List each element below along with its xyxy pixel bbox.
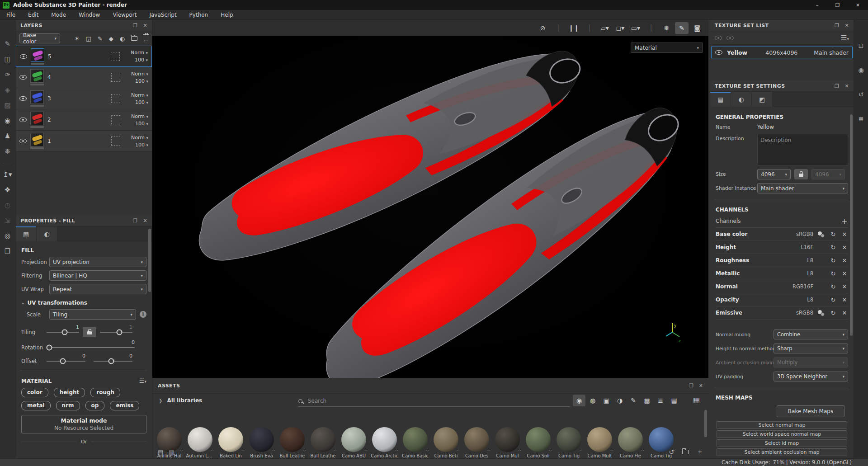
- material-channel-button[interactable]: emiss: [110, 401, 139, 410]
- offset-x-slider[interactable]: 0: [47, 361, 85, 362]
- delete-layer-icon[interactable]: [144, 35, 148, 42]
- reset-channel-icon[interactable]: ↻: [830, 244, 837, 251]
- viewport-tool-icon[interactable]: │: [644, 22, 658, 34]
- channel-row[interactable]: Metallic L8 ↻ ✕: [716, 267, 848, 280]
- solo-visibility-icon[interactable]: [726, 36, 734, 40]
- reset-channel-icon[interactable]: ↻: [830, 310, 837, 316]
- visibility-eye-icon[interactable]: [19, 75, 27, 80]
- description-input[interactable]: [757, 134, 848, 165]
- menu-item[interactable]: Window: [72, 10, 106, 20]
- close-button[interactable]: ✕: [848, 0, 868, 10]
- tiling-lock-icon[interactable]: [83, 327, 96, 337]
- asset-filter-icon[interactable]: ◍: [586, 395, 599, 406]
- projection-select[interactable]: UV projection▾: [49, 257, 146, 267]
- visibility-eye-icon[interactable]: [19, 139, 27, 143]
- scrollbar[interactable]: [850, 114, 853, 336]
- menu-item[interactable]: Help: [214, 10, 239, 20]
- layer-thumbnail[interactable]: [30, 112, 44, 125]
- material-channel-button[interactable]: rough: [90, 388, 120, 397]
- layer-row[interactable]: 4 Norm ▾ 100 ▾: [16, 67, 152, 88]
- layer-thumbnail[interactable]: [30, 69, 44, 83]
- select-mesh-map-button[interactable]: Select id map: [717, 439, 847, 447]
- asset-filter-icon[interactable]: ▣: [600, 395, 613, 406]
- add-fill-layer-icon[interactable]: ◲: [85, 35, 91, 42]
- menu-item[interactable]: Python: [183, 10, 215, 20]
- channel-row[interactable]: Height L16F ↻ ✕: [716, 241, 848, 254]
- layer-thumbnail[interactable]: [30, 90, 44, 104]
- tool-icon[interactable]: ▨: [0, 98, 15, 113]
- asset-filter-icon[interactable]: ▤: [668, 395, 680, 406]
- rail-panel-icon[interactable]: ⊡: [854, 38, 868, 53]
- offset-y-slider[interactable]: 0: [94, 361, 132, 362]
- viewport-tool-icon[interactable]: ▱▾: [598, 22, 612, 34]
- mask-slot[interactable]: [111, 115, 120, 124]
- tool-icon[interactable]: ❋: [0, 144, 15, 159]
- import-folder-icon[interactable]: [682, 448, 689, 456]
- close-panel-icon[interactable]: ✕: [699, 383, 703, 389]
- maximize-button[interactable]: ❐: [827, 0, 848, 10]
- delete-channel-icon[interactable]: ✕: [841, 297, 848, 303]
- asset-filter-icon[interactable]: ◉: [573, 395, 585, 406]
- tool-icon[interactable]: ◷: [0, 198, 15, 213]
- layer-row[interactable]: 2 Norm ▾ 100 ▾: [16, 109, 152, 131]
- info-icon[interactable]: [140, 311, 146, 318]
- material-channel-button[interactable]: op: [85, 401, 105, 410]
- viewport-3d[interactable]: y z Material▾: [152, 36, 708, 378]
- blend-mode[interactable]: Norm ▾: [131, 71, 148, 77]
- layer-name[interactable]: 4: [47, 74, 51, 80]
- tool-icon[interactable]: ✎: [0, 36, 15, 52]
- uv-transformations-header[interactable]: ⌄ UV transformations: [21, 300, 146, 306]
- add-smart-material-icon[interactable]: ◆: [109, 35, 113, 42]
- layer-opacity[interactable]: 100 ▾: [135, 121, 148, 127]
- mask-slot[interactable]: [111, 52, 120, 61]
- search-input[interactable]: [307, 397, 542, 405]
- reset-channel-icon[interactable]: ↻: [830, 283, 837, 290]
- blend-mode[interactable]: Norm ▾: [131, 92, 148, 98]
- layer-row[interactable]: 5 Norm ▾ 100 ▾: [16, 46, 152, 67]
- layer-opacity[interactable]: 100 ▾: [135, 99, 148, 105]
- tool-icon[interactable]: ❖: [0, 182, 15, 198]
- delete-channel-icon[interactable]: ✕: [841, 283, 848, 290]
- layer-thumbnail[interactable]: [31, 48, 44, 62]
- scale-select[interactable]: Tiling▾: [49, 309, 136, 320]
- material-channel-button[interactable]: metal: [21, 401, 51, 410]
- float-panel-icon[interactable]: ❐: [835, 83, 839, 89]
- menu-item[interactable]: Edit: [22, 10, 45, 20]
- tool-icon[interactable]: ◫: [0, 52, 15, 67]
- tiling-y-slider[interactable]: 1: [100, 332, 132, 333]
- layer-opacity[interactable]: 100 ▾: [135, 142, 148, 148]
- rail-panel-icon[interactable]: ≣: [854, 111, 868, 127]
- minimize-button[interactable]: –: [807, 0, 827, 10]
- close-panel-icon[interactable]: ✕: [844, 83, 849, 89]
- delete-channel-icon[interactable]: ✕: [841, 270, 848, 277]
- tab-properties[interactable]: ▤: [16, 226, 37, 241]
- channel-row[interactable]: Roughness L8 ↻ ✕: [716, 254, 848, 267]
- channel-row[interactable]: Opacity L8 ↻ ✕: [716, 293, 848, 306]
- normal-mixing-select[interactable]: Combine▾: [774, 329, 848, 339]
- close-panel-icon[interactable]: ✕: [844, 23, 849, 28]
- color-space-icon[interactable]: [817, 310, 826, 316]
- blend-mode[interactable]: Norm ▾: [131, 50, 148, 56]
- visibility-eye-icon[interactable]: [19, 118, 27, 122]
- select-mesh-map-button[interactable]: Select normal map: [717, 421, 847, 429]
- shelf-view-detail-icon[interactable]: ▥: [169, 449, 174, 456]
- material-channel-button[interactable]: height: [54, 388, 85, 397]
- add-channel-icon[interactable]: +: [841, 217, 848, 226]
- material-options-icon[interactable]: ☰▾: [139, 377, 146, 384]
- viewport-tool-icon[interactable]: ⊘: [536, 22, 550, 34]
- float-panel-icon[interactable]: ❐: [835, 23, 839, 28]
- visibility-eye-icon[interactable]: [715, 50, 722, 55]
- mask-slot[interactable]: [111, 137, 120, 146]
- material-channel-button[interactable]: nrm: [56, 401, 80, 410]
- close-panel-icon[interactable]: ✕: [143, 23, 147, 28]
- reset-channel-icon[interactable]: ↻: [830, 257, 837, 264]
- uv-wrap-select[interactable]: Repeat▾: [49, 284, 146, 294]
- channel-row[interactable]: Emissive sRGB8 ↻ ✕: [716, 306, 848, 320]
- visibility-eye-icon[interactable]: [20, 54, 27, 59]
- filtering-select[interactable]: Bilinear | HQ▾: [49, 270, 146, 281]
- scrollbar[interactable]: [704, 410, 707, 437]
- tool-icon[interactable]: ⇲: [0, 213, 15, 228]
- layer-row[interactable]: 1 Norm ▾ 100 ▾: [16, 131, 152, 152]
- asset-filter-icon[interactable]: ✎: [627, 395, 640, 406]
- search-field[interactable]: [298, 397, 570, 407]
